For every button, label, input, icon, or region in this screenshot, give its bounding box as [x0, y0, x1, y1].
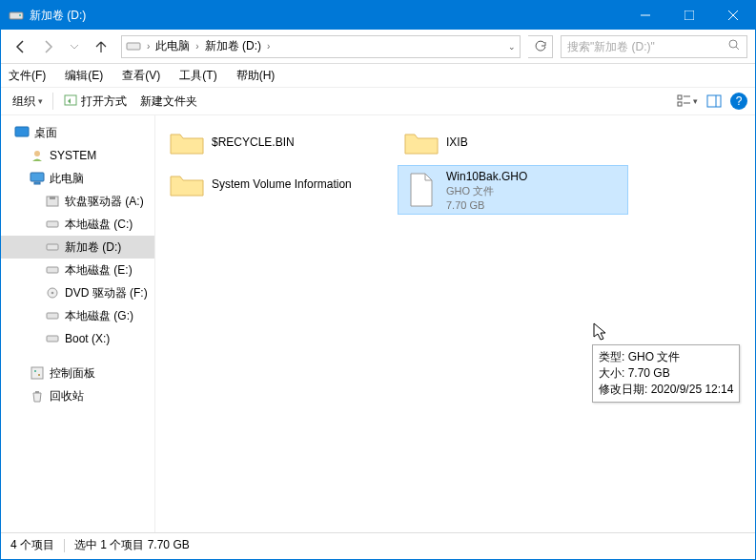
- file-name: Win10Bak.GHO: [446, 170, 527, 183]
- file-win10bak-gho[interactable]: Win10Bak.GHO GHO 文件 7.70 GB: [398, 165, 628, 215]
- status-bar: 4 个项目 选中 1 个项目 7.70 GB: [1, 532, 755, 557]
- menu-help[interactable]: 帮助(H): [233, 66, 279, 86]
- back-button[interactable]: [9, 34, 33, 59]
- svg-rect-10: [678, 95, 682, 99]
- folder-icon: [402, 123, 440, 161]
- drive-icon: [45, 219, 60, 229]
- search-box[interactable]: [561, 35, 747, 58]
- folder-icon: [168, 165, 206, 203]
- open-with-icon: [63, 93, 78, 109]
- breadcrumb-newvolume[interactable]: 新加卷 (D:): [201, 38, 265, 54]
- breadcrumb-thispc[interactable]: 此电脑: [152, 38, 194, 54]
- file-recyclebin[interactable]: $RECYCLE.BIN: [163, 123, 394, 161]
- navigation-pane[interactable]: 桌面 SYSTEM 此电脑 软盘驱动器 (A:) 本地磁盘 (C:) 新加卷 (…: [1, 115, 155, 532]
- search-input[interactable]: [567, 37, 727, 56]
- menu-view[interactable]: 查看(V): [118, 66, 164, 86]
- controlpanel-icon: [30, 366, 45, 380]
- tooltip-type: 类型: GHO 文件: [599, 349, 733, 365]
- chevron-right-icon[interactable]: ›: [265, 41, 272, 52]
- close-button[interactable]: [711, 1, 755, 30]
- svg-point-17: [34, 151, 40, 156]
- menu-edit[interactable]: 编辑(E): [61, 66, 107, 86]
- tree-desktop[interactable]: 桌面: [1, 121, 154, 144]
- maximize-button[interactable]: [667, 1, 711, 30]
- tooltip: 类型: GHO 文件 大小: 7.70 GB 修改日期: 2020/9/25 1…: [592, 344, 740, 403]
- chevron-right-icon[interactable]: ›: [194, 41, 200, 52]
- refresh-button[interactable]: [528, 35, 553, 58]
- svg-rect-27: [47, 313, 58, 319]
- tree-local-e[interactable]: 本地磁盘 (E:): [1, 259, 154, 281]
- forward-button[interactable]: [35, 34, 60, 59]
- title-bar: 新加卷 (D:): [1, 1, 755, 30]
- up-button[interactable]: [89, 34, 113, 59]
- chevron-right-icon[interactable]: ›: [145, 41, 152, 52]
- svg-rect-6: [127, 43, 140, 50]
- file-name: IXIB: [446, 135, 468, 149]
- tooltip-modified: 修改日期: 2020/9/25 12:14: [599, 382, 733, 398]
- file-type: GHO 文件: [446, 184, 527, 198]
- file-ixib[interactable]: IXIB: [398, 123, 628, 161]
- organize-button[interactable]: 组织▾: [9, 92, 47, 112]
- content-pane[interactable]: $RECYCLE.BIN IXIB System Volume Informat…: [155, 115, 755, 532]
- file-icon: [402, 171, 440, 209]
- svg-rect-3: [684, 10, 694, 20]
- svg-rect-29: [31, 367, 43, 379]
- file-name: $RECYCLE.BIN: [212, 135, 295, 149]
- minimize-button[interactable]: [623, 1, 667, 30]
- svg-rect-22: [47, 221, 58, 227]
- recyclebin-icon: [30, 389, 45, 403]
- dvd-icon: [45, 286, 60, 300]
- preview-pane-button[interactable]: [704, 94, 725, 108]
- new-folder-button[interactable]: 新建文件夹: [136, 92, 201, 112]
- svg-point-30: [34, 370, 36, 372]
- file-name: System Volume Information: [212, 177, 352, 191]
- tooltip-size: 大小: 7.70 GB: [599, 365, 733, 382]
- tree-dvd-f[interactable]: DVD 驱动器 (F:): [1, 281, 154, 304]
- tree-newvolume-d[interactable]: 新加卷 (D:): [1, 236, 154, 259]
- view-options-button[interactable]: ▾: [677, 94, 698, 108]
- svg-rect-32: [35, 391, 39, 393]
- svg-rect-21: [50, 197, 55, 199]
- pc-icon: [30, 172, 45, 185]
- user-icon: [30, 149, 45, 162]
- address-drive-icon: [126, 41, 141, 52]
- svg-rect-28: [47, 336, 58, 342]
- menu-file[interactable]: 文件(F): [5, 66, 50, 86]
- floppy-icon: [45, 196, 60, 207]
- menu-tools[interactable]: 工具(T): [175, 66, 220, 86]
- file-size: 7.70 GB: [446, 199, 527, 211]
- navigation-bar: › 此电脑 › 新加卷 (D:) › ⌄: [1, 30, 755, 64]
- recent-locations-button[interactable]: [62, 34, 87, 59]
- tree-local-g[interactable]: 本地磁盘 (G:): [1, 304, 154, 327]
- tree-system[interactable]: SYSTEM: [1, 144, 154, 167]
- help-button[interactable]: ?: [730, 93, 747, 110]
- tree-local-c[interactable]: 本地磁盘 (C:): [1, 213, 154, 236]
- svg-rect-23: [47, 244, 58, 250]
- cursor-icon: [593, 322, 610, 343]
- svg-rect-0: [10, 12, 23, 19]
- drive-icon: [45, 334, 60, 343]
- file-svi[interactable]: System Volume Information: [163, 165, 394, 203]
- tree-thispc[interactable]: 此电脑: [1, 167, 154, 190]
- tree-recyclebin[interactable]: 回收站: [1, 384, 154, 407]
- tree-controlpanel[interactable]: 控制面板: [1, 362, 154, 384]
- svg-rect-14: [707, 95, 721, 107]
- svg-point-26: [51, 292, 54, 295]
- status-count: 4 个项目: [10, 537, 54, 553]
- search-icon[interactable]: [727, 38, 741, 54]
- svg-rect-18: [31, 173, 44, 181]
- folder-icon: [168, 123, 206, 161]
- address-dropdown-button[interactable]: ⌄: [508, 42, 516, 52]
- menu-bar: 文件(F) 编辑(E) 查看(V) 工具(T) 帮助(H): [1, 64, 755, 87]
- drive-icon: [45, 311, 60, 321]
- drive-icon: [45, 265, 60, 275]
- tree-floppy[interactable]: 软盘驱动器 (A:): [1, 190, 154, 213]
- open-with-button[interactable]: 打开方式: [59, 92, 131, 112]
- address-bar[interactable]: › 此电脑 › 新加卷 (D:) › ⌄: [121, 35, 521, 58]
- svg-rect-12: [678, 102, 682, 106]
- svg-line-8: [736, 47, 739, 50]
- tree-boot-x[interactable]: Boot (X:): [1, 327, 154, 350]
- desktop-icon: [14, 126, 30, 139]
- window-title: 新加卷 (D:): [30, 8, 623, 24]
- drive-icon: [45, 242, 60, 252]
